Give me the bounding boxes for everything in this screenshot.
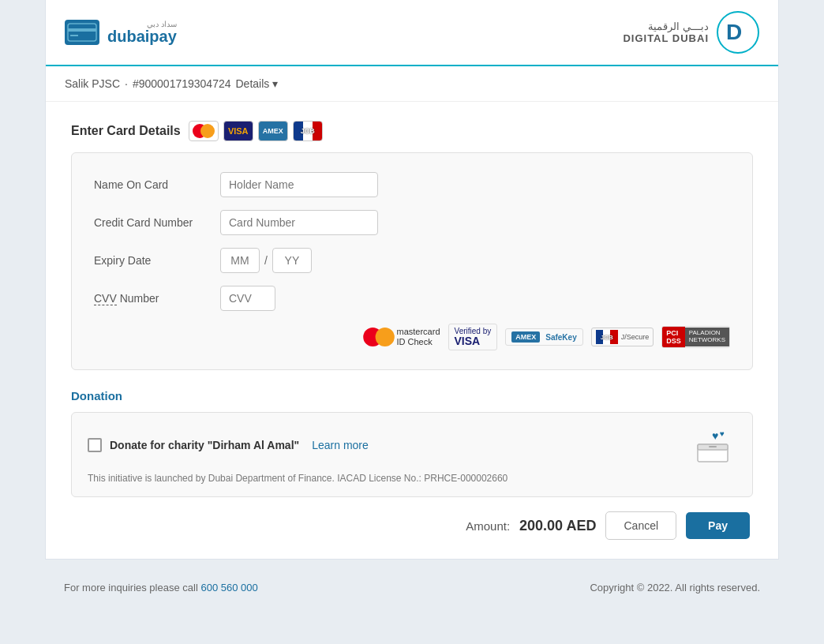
donation-description: This initiative is launched by Dubai Dep… — [88, 473, 736, 484]
amount-label: Amount: — [466, 519, 510, 533]
svg-rect-10 — [709, 446, 717, 447]
cancel-button[interactable]: Cancel — [605, 511, 676, 540]
security-badges: mastercard ID Check Verified by VISA AM — [94, 324, 730, 350]
mc-check-line2: ID Check — [397, 337, 440, 347]
digital-dubai-d-icon: D — [717, 11, 759, 54]
mastercard-icon — [189, 121, 219, 141]
chevron-down-icon: ▾ — [272, 77, 278, 90]
breadcrumb-separator: · — [125, 77, 128, 90]
card-label: Credit Card Number — [94, 216, 220, 229]
svg-text:D: D — [726, 20, 742, 44]
donation-icon: ♥ ♥ — [689, 425, 736, 465]
pci-network-text: PALADIONNETWORKS — [685, 328, 729, 346]
svg-rect-3 — [70, 35, 78, 36]
mc-check-line1: mastercard — [397, 327, 440, 337]
donation-section: Donation Donate for charity "Dirham Al A… — [71, 389, 753, 497]
header: سداد دبي dubaipay دبـــي الرقمية DIGITAL… — [46, 0, 778, 66]
name-input[interactable] — [220, 172, 378, 197]
donation-learn-more-link[interactable]: Learn more — [312, 439, 369, 451]
inquiry-text: For more inquiries please call — [64, 582, 198, 593]
digital-dubai-english: DIGITAL DUBAI — [623, 32, 709, 44]
expiry-yy-input[interactable] — [272, 248, 312, 273]
cvv-abbr: CVV — [94, 292, 117, 305]
pci-dss-badge: PCIDSS PALADIONNETWORKS — [661, 326, 730, 348]
jcb-badge-text: JCB — [601, 334, 613, 341]
digital-dubai-logo: دبـــي الرقمية DIGITAL DUBAI D — [623, 11, 759, 54]
amount-row: Amount: 200.00 AED Cancel Pay — [71, 511, 753, 540]
donation-label: Donate for charity "Dirham Al Amal" — [110, 439, 299, 451]
expiry-separator: / — [264, 254, 268, 267]
pay-button[interactable]: Pay — [686, 512, 750, 539]
card-section-title: Enter Card Details VISA AMEX — [71, 121, 753, 141]
amex-icon: AMEX — [258, 121, 288, 141]
name-label: Name On Card — [94, 178, 220, 191]
expiry-row: Expiry Date / — [94, 248, 730, 273]
cvv-input[interactable] — [220, 286, 275, 311]
donation-title: Donation — [71, 389, 753, 402]
card-number-row: Credit Card Number — [94, 210, 730, 235]
amex-safekey-badge: AMEX SafeKey — [505, 328, 582, 346]
merchant-name: Salik PJSC — [65, 77, 120, 90]
dubaipay-icon — [65, 20, 99, 45]
reference-number: #900001719304724 — [133, 77, 231, 90]
jcb-icon: JCB — [293, 121, 323, 141]
cvv-label: CVV Number — [94, 292, 220, 305]
details-link[interactable]: Details ▾ — [236, 77, 279, 90]
verified-by-visa-badge: Verified by VISA — [448, 324, 498, 350]
amount-value: 200.00 AED — [519, 518, 596, 534]
pci-dss-text: PCIDSS — [662, 327, 685, 347]
jcb-secure-badge: JCB J/Secure — [591, 328, 654, 346]
card-details-form: Name On Card Credit Card Number Expiry D… — [71, 152, 753, 370]
svg-rect-1 — [68, 28, 96, 32]
breadcrumb: Salik PJSC · #900001719304724 Details ▾ — [46, 66, 778, 102]
mastercard-id-check-badge: mastercard ID Check — [365, 327, 440, 347]
cvv-row: CVV Number — [94, 286, 730, 311]
card-type-icons: VISA AMEX JCB — [189, 121, 323, 141]
cvv-label-text: Number — [120, 292, 159, 305]
donation-card: Donate for charity "Dirham Al Amal" Lear… — [71, 412, 753, 497]
name-row: Name On Card — [94, 172, 730, 197]
svg-text:♥: ♥ — [720, 429, 725, 438]
dubaipay-logo: سداد دبي dubaipay — [65, 20, 177, 45]
card-number-input[interactable] — [220, 210, 378, 235]
safekey-text: SafeKey — [545, 333, 576, 342]
expiry-label: Expiry Date — [94, 254, 220, 267]
phone-link[interactable]: 600 560 000 — [200, 582, 257, 593]
visa-badge-text: VISA — [455, 335, 492, 347]
visa-icon: VISA — [223, 121, 253, 141]
donation-checkbox[interactable] — [88, 438, 102, 452]
dubaipay-name: dubaipay — [107, 28, 177, 44]
jsecure-text: J/Secure — [621, 333, 650, 341]
copyright-text: Copyright © 2022. All rights reserved. — [590, 582, 760, 593]
expiry-mm-input[interactable] — [220, 248, 260, 273]
svg-text:♥: ♥ — [712, 429, 718, 442]
footer-inquiry: For more inquiries please call 600 560 0… — [64, 582, 258, 593]
footer: For more inquiries please call 600 560 0… — [45, 566, 779, 609]
digital-dubai-arabic: دبـــي الرقمية — [623, 21, 709, 32]
svg-rect-0 — [68, 24, 96, 41]
